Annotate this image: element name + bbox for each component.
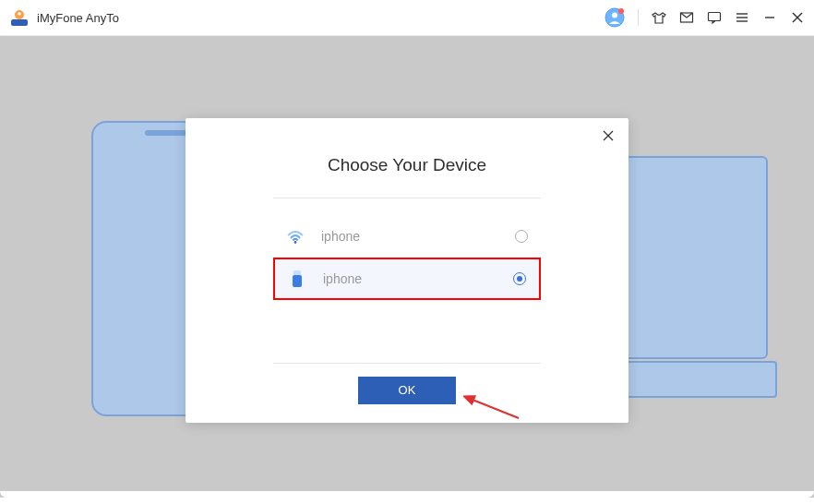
svg-rect-17 bbox=[293, 270, 301, 275]
device-label: iphone bbox=[321, 229, 515, 244]
svg-rect-0 bbox=[11, 19, 28, 26]
shirt-icon[interactable] bbox=[652, 10, 666, 25]
divider bbox=[273, 363, 541, 364]
user-account-icon[interactable] bbox=[605, 7, 625, 28]
modal-title: Choose Your Device bbox=[186, 155, 628, 175]
svg-point-2 bbox=[18, 12, 21, 16]
device-list: iphone iphone bbox=[273, 215, 541, 300]
radio-checked[interactable] bbox=[513, 272, 526, 285]
menu-icon[interactable] bbox=[735, 10, 749, 25]
app-logo-icon bbox=[9, 7, 30, 28]
svg-rect-18 bbox=[293, 275, 302, 287]
ok-button[interactable]: OK bbox=[358, 377, 456, 404]
radio-unchecked[interactable] bbox=[515, 230, 528, 243]
content-area: Choose Your Device iphone bbox=[0, 36, 814, 498]
wifi-icon bbox=[286, 227, 305, 246]
svg-rect-7 bbox=[709, 13, 721, 21]
titlebar: iMyFone AnyTo bbox=[0, 0, 814, 36]
feedback-icon[interactable] bbox=[707, 10, 722, 25]
choose-device-modal: Choose Your Device iphone bbox=[186, 118, 628, 423]
modal-close-button[interactable] bbox=[601, 129, 616, 144]
device-label: iphone bbox=[323, 271, 513, 286]
divider bbox=[273, 198, 541, 198]
mail-icon[interactable] bbox=[679, 10, 694, 25]
app-title: iMyFone AnyTo bbox=[37, 11, 605, 25]
bottom-border bbox=[0, 491, 814, 498]
device-option-wifi[interactable]: iphone bbox=[273, 215, 541, 258]
device-option-usb[interactable]: iphone bbox=[273, 258, 541, 300]
divider bbox=[638, 9, 639, 26]
svg-point-4 bbox=[612, 13, 617, 18]
svg-point-16 bbox=[294, 241, 297, 244]
minimize-icon[interactable] bbox=[762, 10, 777, 25]
titlebar-controls bbox=[605, 7, 805, 28]
close-icon[interactable] bbox=[790, 10, 805, 25]
svg-point-5 bbox=[618, 8, 624, 14]
usb-device-icon bbox=[288, 270, 306, 288]
modal-footer: OK bbox=[186, 363, 628, 404]
